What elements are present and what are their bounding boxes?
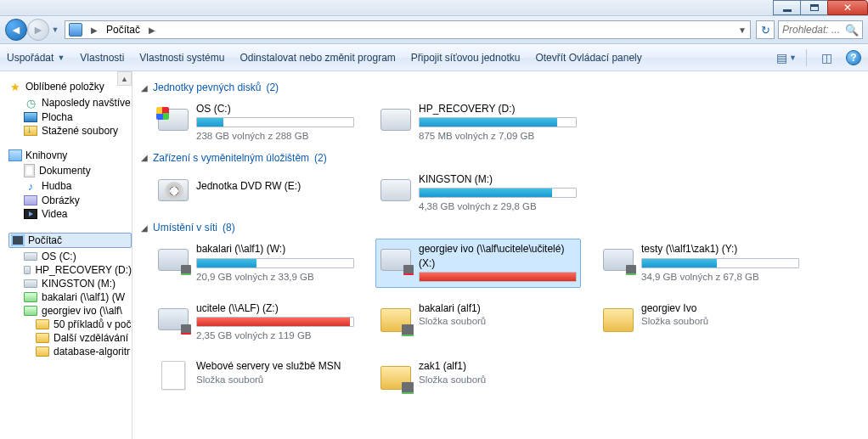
drive-tile-m[interactable]: KINGSTON (M:) 4,38 GB volných z 29,8 GB (375, 169, 581, 217)
music-icon: ♪ (24, 179, 37, 193)
minimize-button[interactable] (773, 0, 800, 15)
organize-label: Uspořádat (7, 52, 54, 64)
refresh-button[interactable]: ↻ (756, 20, 775, 39)
videos-label: Videa (42, 208, 67, 220)
computer-icon (69, 23, 82, 37)
drive-m-name: KINGSTON (M:) (419, 172, 577, 186)
folder-tile-bakalari[interactable]: bakalari (alf1) Složka souborů (375, 298, 581, 346)
content-pane: ◢ Jednotky pevných disků (2) OS (C:) 238… (132, 71, 868, 439)
history-dropdown[interactable]: ▼ (49, 19, 61, 41)
drive-w-label: bakalari (\\alf1) (W (42, 291, 125, 303)
search-box[interactable]: 🔍 (778, 20, 863, 39)
drive-tile-w[interactable]: bakalari (\\alf1) (W:) 20,9 GB volných z… (153, 239, 358, 287)
desktop-item[interactable]: Plocha (8, 110, 132, 124)
window-buttons: ✕ (773, 0, 868, 15)
network-folder-icon (380, 308, 411, 332)
drive-y-name: testy (\\alf1\zak1) (Y:) (641, 242, 799, 256)
group-net-count: (8) (223, 222, 235, 234)
folder-tile-zak1[interactable]: zak1 (alf1) Složka souborů (375, 356, 581, 395)
chevron-right-icon[interactable]: ▶ (87, 25, 101, 35)
drive-c-free: 238 GB volných z 288 GB (196, 130, 354, 144)
drive-tile-y[interactable]: testy (\\alf1\zak1) (Y:) 34,9 GB volných… (598, 239, 803, 287)
capacity-bar (196, 258, 354, 268)
folder-geo-name: georgiev Ivo (641, 301, 799, 315)
folder-tile-georgiev[interactable]: georgiev Ivo Složka souborů (598, 298, 803, 346)
map-drive-button[interactable]: Připojit síťovou jednotku (411, 52, 521, 64)
drive-x-item[interactable]: georgiev ivo (\\alf\ (8, 304, 132, 318)
separator (806, 49, 807, 66)
back-button[interactable]: ◄ (5, 19, 27, 41)
pictures-item[interactable]: Obrázky (8, 194, 132, 207)
scroll-up-button[interactable]: ▲ (117, 71, 132, 86)
favorites-label: Oblíbené položky (25, 81, 104, 93)
refresh-icon: ↻ (761, 24, 770, 37)
group-hdd-label: Jednotky pevných disků (153, 82, 261, 93)
drive-dvd-name: Jednotka DVD RW (E:) (196, 179, 354, 193)
favorites-group[interactable]: ★Oblíbené položky (8, 80, 132, 93)
drive-w-free: 20,9 GB volných z 33,9 GB (196, 271, 354, 284)
control-panel-button[interactable]: Otevřít Ovládací panely (535, 52, 641, 64)
address-bar[interactable]: ▶ Počítač ▶ ▼ (65, 20, 751, 39)
subfolder-3[interactable]: database-algoritr (8, 345, 132, 358)
usb-drive-icon (380, 179, 411, 201)
forward-button[interactable]: ► (27, 19, 49, 41)
search-input[interactable] (782, 24, 842, 36)
address-dropdown-icon[interactable]: ▼ (738, 25, 747, 35)
drive-icon (24, 279, 37, 288)
folder-icon (36, 319, 49, 329)
folder-icon (603, 308, 634, 332)
os-drive-icon (158, 109, 189, 131)
group-hdd-count: (2) (266, 82, 279, 93)
download-icon (24, 126, 37, 136)
organize-button[interactable]: Uspořádat▼ (7, 52, 65, 64)
network-folder-icon (380, 366, 411, 390)
drive-tile-dvd[interactable]: Jednotka DVD RW (E:) (153, 169, 358, 217)
drive-w-item[interactable]: bakalari (\\alf1) (W (8, 290, 132, 304)
breadcrumb[interactable]: ▶ Počítač ▶ (69, 23, 159, 37)
capacity-bar (419, 117, 577, 127)
videos-item[interactable]: Videa (8, 207, 132, 221)
collapse-icon: ◢ (141, 223, 148, 233)
drive-x-name: georgiev ivo (\\alf\ucitele\učitelé) (X:… (419, 242, 577, 269)
view-mode-button[interactable]: ▤▼ (779, 50, 794, 65)
drive-m-item[interactable]: KINGSTON (M:) (8, 277, 132, 290)
hdd-drive-icon (380, 109, 411, 131)
folder-tile-msn[interactable]: Webové servery ve službě MSN Složka soub… (153, 356, 358, 395)
folder-icon (36, 346, 49, 357)
uninstall-button[interactable]: Odinstalovat nebo změnit program (240, 52, 395, 64)
system-properties-button[interactable]: Vlastnosti systému (139, 52, 224, 64)
maximize-button[interactable] (800, 0, 827, 15)
subfolder-2[interactable]: Další vzdělávání (8, 331, 132, 345)
group-header-removable[interactable]: ◢ Zařízení s vyměnitelným úložištěm (2) (141, 152, 860, 164)
drive-tile-d[interactable]: HP_RECOVERY (D:) 875 MB volných z 7,09 G… (375, 98, 581, 147)
music-item[interactable]: ♪Hudba (8, 178, 132, 194)
group-header-network[interactable]: ◢ Umístění v síti (8) (141, 222, 860, 234)
computer-group[interactable]: Počítač (8, 233, 132, 248)
chevron-right-icon[interactable]: ▶ (145, 25, 159, 35)
subfolder-1-label: 50 příkladů v poč (54, 318, 131, 330)
documents-item[interactable]: Dokumenty (8, 163, 132, 178)
group-header-hdd[interactable]: ◢ Jednotky pevných disků (2) (141, 82, 860, 93)
downloads-item[interactable]: Stažené soubory (8, 124, 132, 138)
libraries-group[interactable]: Knihovny (8, 149, 132, 161)
drive-w-name: bakalari (\\alf1) (W:) (196, 242, 354, 256)
navigation-pane: ▲ ★Oblíbené položky ◷Naposledy navštíve … (0, 71, 132, 439)
properties-button[interactable]: Vlastnosti (80, 52, 124, 64)
folder-zak-name: zak1 (alf1) (419, 359, 577, 373)
recent-item[interactable]: ◷Naposledy navštíve (8, 95, 132, 110)
drive-tile-x[interactable]: georgiev ivo (\\alf\ucitele\učitelé) (X:… (375, 239, 581, 287)
desktop-icon (24, 112, 37, 122)
breadcrumb-computer[interactable]: Počítač (106, 24, 140, 36)
drive-c-item[interactable]: OS (C:) (8, 250, 132, 263)
close-button[interactable]: ✕ (827, 0, 868, 15)
drive-tile-c[interactable]: OS (C:) 238 GB volných z 288 GB (153, 98, 358, 147)
network-drive-icon (158, 308, 189, 330)
subfolder-1[interactable]: 50 příkladů v poč (8, 318, 132, 331)
drive-tile-z[interactable]: ucitele (\\ALF) (Z:) 2,35 GB volných z 1… (153, 298, 358, 346)
help-button[interactable]: ? (846, 50, 861, 65)
document-icon (24, 164, 35, 177)
preview-pane-button[interactable]: ◫ (819, 50, 834, 65)
drive-d-item[interactable]: HP_RECOVERY (D:) (8, 263, 132, 277)
drive-z-free: 2,35 GB volných z 119 GB (196, 329, 354, 343)
video-icon (24, 209, 37, 219)
